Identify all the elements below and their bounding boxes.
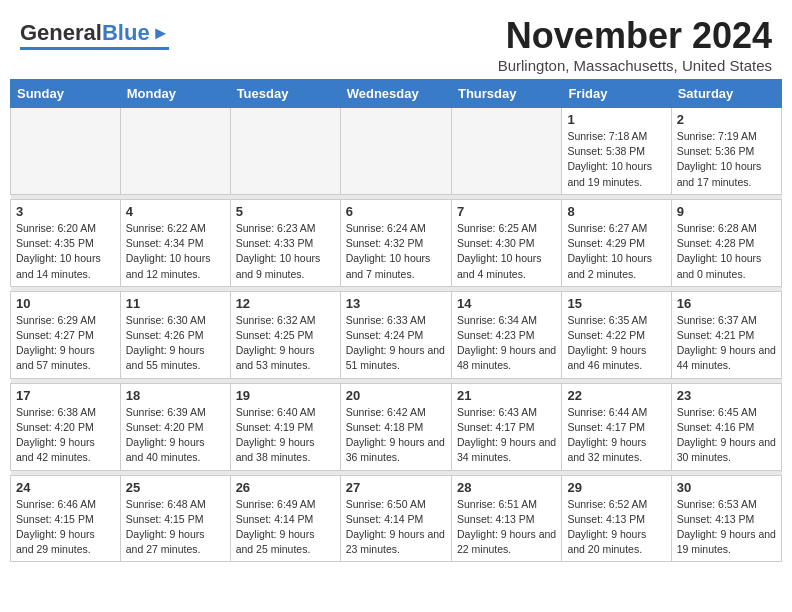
day-info: Sunrise: 6:45 AM Sunset: 4:16 PM Dayligh… — [677, 405, 776, 466]
day-info: Sunrise: 6:46 AM Sunset: 4:15 PM Dayligh… — [16, 497, 115, 558]
header-monday: Monday — [120, 80, 230, 108]
day-number: 13 — [346, 296, 446, 311]
calendar-day-cell — [230, 108, 340, 195]
day-number: 28 — [457, 480, 556, 495]
calendar-week-row: 17Sunrise: 6:38 AM Sunset: 4:20 PM Dayli… — [11, 383, 782, 470]
day-info: Sunrise: 7:19 AM Sunset: 5:36 PM Dayligh… — [677, 129, 776, 190]
day-number: 4 — [126, 204, 225, 219]
logo-blue-text: Blue — [102, 20, 150, 46]
day-info: Sunrise: 6:27 AM Sunset: 4:29 PM Dayligh… — [567, 221, 665, 282]
day-number: 10 — [16, 296, 115, 311]
day-number: 6 — [346, 204, 446, 219]
day-number: 9 — [677, 204, 776, 219]
calendar-day-cell — [120, 108, 230, 195]
calendar-day-cell: 22Sunrise: 6:44 AM Sunset: 4:17 PM Dayli… — [562, 383, 671, 470]
day-number: 14 — [457, 296, 556, 311]
day-info: Sunrise: 6:35 AM Sunset: 4:22 PM Dayligh… — [567, 313, 665, 374]
calendar-day-cell: 13Sunrise: 6:33 AM Sunset: 4:24 PM Dayli… — [340, 291, 451, 378]
day-number: 25 — [126, 480, 225, 495]
day-number: 29 — [567, 480, 665, 495]
day-number: 22 — [567, 388, 665, 403]
day-info: Sunrise: 6:28 AM Sunset: 4:28 PM Dayligh… — [677, 221, 776, 282]
day-info: Sunrise: 6:34 AM Sunset: 4:23 PM Dayligh… — [457, 313, 556, 374]
day-number: 24 — [16, 480, 115, 495]
day-info: Sunrise: 6:44 AM Sunset: 4:17 PM Dayligh… — [567, 405, 665, 466]
day-info: Sunrise: 6:22 AM Sunset: 4:34 PM Dayligh… — [126, 221, 225, 282]
calendar-day-cell: 16Sunrise: 6:37 AM Sunset: 4:21 PM Dayli… — [671, 291, 781, 378]
calendar-day-cell: 1Sunrise: 7:18 AM Sunset: 5:38 PM Daylig… — [562, 108, 671, 195]
title-block: November 2024 Burlington, Massachusetts,… — [498, 15, 772, 74]
logo-underline — [20, 47, 169, 50]
day-info: Sunrise: 6:32 AM Sunset: 4:25 PM Dayligh… — [236, 313, 335, 374]
calendar-day-cell: 2Sunrise: 7:19 AM Sunset: 5:36 PM Daylig… — [671, 108, 781, 195]
day-number: 18 — [126, 388, 225, 403]
header: General Blue ► November 2024 Burlington,… — [0, 0, 792, 79]
day-info: Sunrise: 6:37 AM Sunset: 4:21 PM Dayligh… — [677, 313, 776, 374]
header-friday: Friday — [562, 80, 671, 108]
calendar-day-cell: 26Sunrise: 6:49 AM Sunset: 4:14 PM Dayli… — [230, 475, 340, 562]
calendar-header-row: Sunday Monday Tuesday Wednesday Thursday… — [11, 80, 782, 108]
calendar-wrapper: Sunday Monday Tuesday Wednesday Thursday… — [0, 79, 792, 572]
day-info: Sunrise: 6:43 AM Sunset: 4:17 PM Dayligh… — [457, 405, 556, 466]
calendar-day-cell — [451, 108, 561, 195]
logo-general-text: General — [20, 20, 102, 46]
day-number: 7 — [457, 204, 556, 219]
calendar-day-cell: 19Sunrise: 6:40 AM Sunset: 4:19 PM Dayli… — [230, 383, 340, 470]
header-sunday: Sunday — [11, 80, 121, 108]
calendar-day-cell: 27Sunrise: 6:50 AM Sunset: 4:14 PM Dayli… — [340, 475, 451, 562]
day-info: Sunrise: 6:23 AM Sunset: 4:33 PM Dayligh… — [236, 221, 335, 282]
calendar-day-cell: 14Sunrise: 6:34 AM Sunset: 4:23 PM Dayli… — [451, 291, 561, 378]
day-number: 23 — [677, 388, 776, 403]
calendar-day-cell — [340, 108, 451, 195]
header-wednesday: Wednesday — [340, 80, 451, 108]
day-number: 26 — [236, 480, 335, 495]
day-number: 17 — [16, 388, 115, 403]
day-info: Sunrise: 6:50 AM Sunset: 4:14 PM Dayligh… — [346, 497, 446, 558]
day-info: Sunrise: 6:33 AM Sunset: 4:24 PM Dayligh… — [346, 313, 446, 374]
day-info: Sunrise: 6:24 AM Sunset: 4:32 PM Dayligh… — [346, 221, 446, 282]
calendar-day-cell: 23Sunrise: 6:45 AM Sunset: 4:16 PM Dayli… — [671, 383, 781, 470]
day-info: Sunrise: 6:38 AM Sunset: 4:20 PM Dayligh… — [16, 405, 115, 466]
calendar-day-cell: 4Sunrise: 6:22 AM Sunset: 4:34 PM Daylig… — [120, 199, 230, 286]
calendar-day-cell: 8Sunrise: 6:27 AM Sunset: 4:29 PM Daylig… — [562, 199, 671, 286]
calendar-day-cell: 21Sunrise: 6:43 AM Sunset: 4:17 PM Dayli… — [451, 383, 561, 470]
day-info: Sunrise: 6:20 AM Sunset: 4:35 PM Dayligh… — [16, 221, 115, 282]
day-info: Sunrise: 6:52 AM Sunset: 4:13 PM Dayligh… — [567, 497, 665, 558]
calendar-day-cell: 18Sunrise: 6:39 AM Sunset: 4:20 PM Dayli… — [120, 383, 230, 470]
day-number: 11 — [126, 296, 225, 311]
location: Burlington, Massachusetts, United States — [498, 57, 772, 74]
calendar-day-cell — [11, 108, 121, 195]
calendar-day-cell: 17Sunrise: 6:38 AM Sunset: 4:20 PM Dayli… — [11, 383, 121, 470]
day-number: 19 — [236, 388, 335, 403]
calendar-week-row: 10Sunrise: 6:29 AM Sunset: 4:27 PM Dayli… — [11, 291, 782, 378]
day-info: Sunrise: 6:30 AM Sunset: 4:26 PM Dayligh… — [126, 313, 225, 374]
day-number: 27 — [346, 480, 446, 495]
day-info: Sunrise: 6:42 AM Sunset: 4:18 PM Dayligh… — [346, 405, 446, 466]
calendar-day-cell: 10Sunrise: 6:29 AM Sunset: 4:27 PM Dayli… — [11, 291, 121, 378]
day-info: Sunrise: 6:53 AM Sunset: 4:13 PM Dayligh… — [677, 497, 776, 558]
calendar-day-cell: 7Sunrise: 6:25 AM Sunset: 4:30 PM Daylig… — [451, 199, 561, 286]
day-number: 20 — [346, 388, 446, 403]
logo: General Blue ► — [20, 20, 169, 50]
calendar-day-cell: 6Sunrise: 6:24 AM Sunset: 4:32 PM Daylig… — [340, 199, 451, 286]
calendar-day-cell: 24Sunrise: 6:46 AM Sunset: 4:15 PM Dayli… — [11, 475, 121, 562]
calendar-day-cell: 9Sunrise: 6:28 AM Sunset: 4:28 PM Daylig… — [671, 199, 781, 286]
calendar-week-row: 24Sunrise: 6:46 AM Sunset: 4:15 PM Dayli… — [11, 475, 782, 562]
header-saturday: Saturday — [671, 80, 781, 108]
day-number: 2 — [677, 112, 776, 127]
logo-icon: ► — [152, 23, 170, 44]
day-info: Sunrise: 6:29 AM Sunset: 4:27 PM Dayligh… — [16, 313, 115, 374]
calendar-table: Sunday Monday Tuesday Wednesday Thursday… — [10, 79, 782, 562]
day-info: Sunrise: 6:49 AM Sunset: 4:14 PM Dayligh… — [236, 497, 335, 558]
header-thursday: Thursday — [451, 80, 561, 108]
day-info: Sunrise: 6:39 AM Sunset: 4:20 PM Dayligh… — [126, 405, 225, 466]
day-info: Sunrise: 6:40 AM Sunset: 4:19 PM Dayligh… — [236, 405, 335, 466]
day-number: 12 — [236, 296, 335, 311]
calendar-day-cell: 3Sunrise: 6:20 AM Sunset: 4:35 PM Daylig… — [11, 199, 121, 286]
calendar-day-cell: 15Sunrise: 6:35 AM Sunset: 4:22 PM Dayli… — [562, 291, 671, 378]
calendar-week-row: 1Sunrise: 7:18 AM Sunset: 5:38 PM Daylig… — [11, 108, 782, 195]
day-number: 8 — [567, 204, 665, 219]
day-number: 15 — [567, 296, 665, 311]
day-number: 16 — [677, 296, 776, 311]
day-number: 30 — [677, 480, 776, 495]
